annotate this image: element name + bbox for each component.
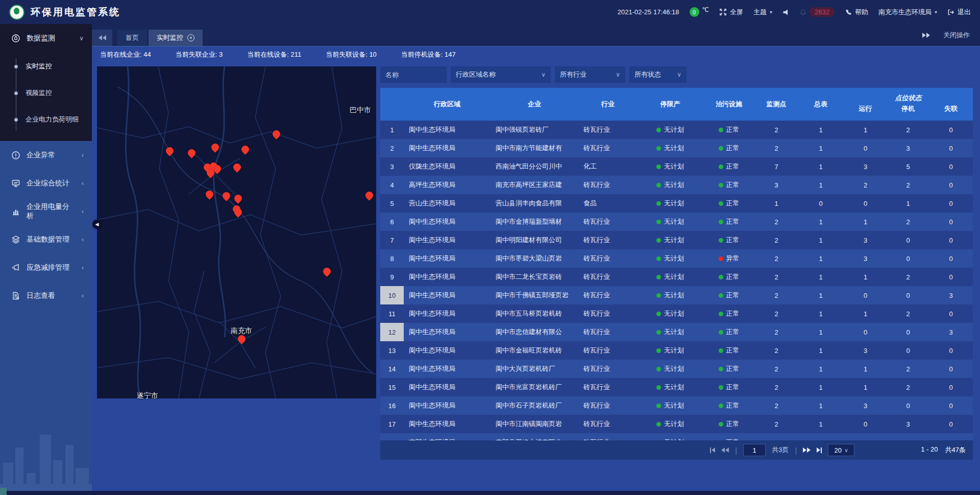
- table-row[interactable]: 7阆中生态环境局阆中明阳建材有限公司砖瓦行业无计划正常21300: [380, 231, 973, 249]
- page-size-select[interactable]: 20 ∨: [828, 444, 854, 456]
- sidebar-item-6[interactable]: 日志查看‹: [0, 281, 92, 310]
- map-panel[interactable]: 巴中市南充市遂宁市 ◀: [97, 66, 376, 398]
- previous-page-button[interactable]: [721, 447, 729, 453]
- cell-production-limit: 无计划: [638, 360, 703, 378]
- table-row[interactable]: 14阆中生态环境局阆中大兴页岩机砖厂砖瓦行业无计划正常21120: [380, 360, 973, 378]
- cell-region: 阆中生态环境局: [404, 231, 491, 249]
- cell-pollution-facility: 正常: [703, 213, 755, 231]
- close-tab-icon[interactable]: ×: [187, 34, 194, 41]
- status-text: 无计划: [664, 180, 684, 190]
- table-row[interactable]: 13阆中生态环境局阆中市金福旺页岩机砖砖瓦行业无计划正常21300: [380, 341, 973, 360]
- col-header[interactable]: 总表: [798, 88, 844, 121]
- status-text: 无计划: [664, 162, 684, 171]
- cell-monitor-points: 2: [755, 121, 798, 139]
- help-button[interactable]: 帮助: [845, 8, 868, 17]
- sidebar-subitem[interactable]: 实时监控: [0, 53, 92, 80]
- col-header[interactable]: 行业: [578, 88, 638, 121]
- cell-region: 阆中生态环境局: [404, 213, 491, 231]
- col-header[interactable]: 企业: [491, 88, 578, 121]
- col-header[interactable]: 治污设施: [703, 88, 755, 121]
- cell-region: 阆中生态环境局: [404, 323, 491, 341]
- status-dot-icon: [656, 164, 661, 169]
- tabs-scroll-right-button[interactable]: [922, 33, 930, 38]
- cell-running: 0: [844, 323, 887, 341]
- status-select[interactable]: 所有状态 ∨: [629, 66, 687, 83]
- col-header[interactable]: 监测点: [755, 88, 798, 121]
- sidebar-item-5[interactable]: 应急减排管理‹: [0, 253, 92, 281]
- name-search-input[interactable]: [380, 66, 447, 83]
- tab-label: 首页: [126, 33, 139, 42]
- cell-company: 阆中市石子页岩机砖厂: [491, 396, 578, 415]
- close-operations-button[interactable]: 关闭操作: [943, 31, 970, 40]
- table-row[interactable]: 9阆中生态环境局阆中市二龙长宝页岩砖砖瓦行业无计划正常21120: [380, 268, 973, 286]
- col-subheader[interactable]: 停机: [887, 104, 929, 121]
- table-row[interactable]: 16阆中生态环境局阆中市石子页岩机砖厂砖瓦行业无计划正常21300: [380, 396, 973, 415]
- sidebar-subitem[interactable]: 视频监控: [0, 80, 92, 106]
- sidebar-item-3[interactable]: 企业用电量分析‹: [0, 197, 92, 225]
- status-dot-icon: [656, 220, 661, 224]
- status-text: 正常: [726, 235, 740, 245]
- cell-running: 0: [844, 194, 887, 213]
- table-row[interactable]: 12阆中生态环境局阆中市忠信建材有限公砖瓦行业无计划正常21003: [380, 323, 973, 341]
- table-row[interactable]: 18南部生态环境局南部县双峰土洼有限公砖瓦行业无计划正常21060: [380, 433, 973, 440]
- next-page-button[interactable]: [803, 447, 811, 453]
- region-select[interactable]: 行政区域名称 ∨: [451, 66, 551, 83]
- cell-region: 阆中生态环境局: [404, 341, 491, 360]
- table-row[interactable]: 6阆中生态环境局阆中市金博瑞新型墙材砖瓦行业无计划正常21120: [380, 213, 973, 231]
- sidebar-item-0[interactable]: 数据监测∨: [0, 24, 92, 52]
- table-row[interactable]: 1阆中生态环境局阆中强锐页岩砖厂砖瓦行业无计划正常21120: [380, 121, 973, 139]
- tabs-scroll-left-button[interactable]: [92, 30, 112, 46]
- col-subheader[interactable]: 失联: [929, 104, 973, 121]
- theme-dropdown[interactable]: 主题 ▾: [753, 8, 772, 17]
- table-row[interactable]: 4高坪生态环境局南充市高坪区王家店建砖瓦行业无计划正常31220: [380, 176, 973, 194]
- last-page-button[interactable]: [817, 447, 822, 453]
- status-text: 无计划: [664, 291, 684, 300]
- industry-select[interactable]: 所有行业 ∨: [555, 66, 625, 83]
- row-index: 12: [380, 323, 404, 341]
- table-row[interactable]: 11阆中生态环境局阆中市五马桥页岩机砖砖瓦行业无计划正常21120: [380, 304, 973, 323]
- status-text: 无计划: [664, 364, 684, 373]
- sound-button[interactable]: [782, 9, 790, 16]
- col-row-index: [380, 88, 404, 121]
- logout-button[interactable]: 退出: [947, 8, 971, 17]
- table-row[interactable]: 15阆中生态环境局阆中市光富页岩机砖厂砖瓦行业无计划正常21120: [380, 378, 973, 396]
- table-row[interactable]: 10阆中生态环境局阆中市千佛镇五郎垭页岩砖瓦行业无计划正常21003: [380, 286, 973, 304]
- table-row[interactable]: 3仪陇生态环境局西南油气田分公司川中化工无计划正常71350: [380, 157, 973, 176]
- chevron-left-icon: ‹: [82, 264, 84, 271]
- sidebar-item-1[interactable]: 企业异常‹: [0, 141, 92, 169]
- org-dropdown[interactable]: 南充市生态环境局 ▾: [878, 8, 937, 17]
- tab-实时监控[interactable]: 实时监控×: [149, 30, 203, 46]
- cell-total-meters: 1: [798, 360, 844, 378]
- status-dot-icon: [719, 146, 723, 151]
- row-index: 9: [380, 268, 404, 286]
- sidebar-subitem[interactable]: 企业电力负荷明细: [0, 106, 92, 133]
- first-page-button[interactable]: [710, 447, 715, 453]
- table-row[interactable]: 17阆中生态环境局阆中市江南镇阆南页岩砖瓦行业无计划正常21030: [380, 415, 973, 433]
- table-row[interactable]: 5营山生态环境局营山县润丰肉食品有限食品无计划正常10010: [380, 194, 973, 213]
- tab-首页[interactable]: 首页: [117, 30, 147, 46]
- table-row[interactable]: 8阆中生态环境局阆中市枣碧大梁山页岩砖瓦行业无计划异常21300: [380, 249, 973, 268]
- notifications-button[interactable]: 2632: [800, 7, 835, 17]
- cell-monitor-points: 2: [755, 268, 798, 286]
- status-text: 无计划: [664, 327, 684, 337]
- map-collapse-button[interactable]: ◀: [92, 220, 102, 229]
- cell-total-meters: 1: [798, 249, 844, 268]
- tab-label: 实时监控: [157, 33, 183, 42]
- col-subheader[interactable]: 运行: [844, 104, 887, 121]
- fullscreen-button[interactable]: 全屏: [719, 8, 743, 17]
- page-number-input[interactable]: [743, 444, 766, 456]
- sidebar-item-4[interactable]: 基础数据管理‹: [0, 225, 92, 253]
- col-header[interactable]: 停限产: [638, 88, 703, 121]
- cell-stopped: 2: [887, 360, 929, 378]
- alert-icon: [11, 151, 20, 160]
- cell-company: 阆中大兴页岩机砖厂: [491, 360, 578, 378]
- status-dot-icon: [656, 312, 661, 316]
- col-header[interactable]: 行政区域: [404, 88, 491, 121]
- cell-region: 阆中生态环境局: [404, 304, 491, 323]
- sidebar-item-2[interactable]: 企业综合统计‹: [0, 169, 92, 197]
- stat-value: 147: [445, 51, 456, 58]
- col-group-header: 点位状态: [844, 88, 973, 104]
- cell-offline: 0: [929, 360, 973, 378]
- table-row[interactable]: 2阆中生态环境局阆中市南方节能建材有砖瓦行业无计划正常21030: [380, 139, 973, 157]
- stat-label: 当前在线设备:: [247, 51, 290, 58]
